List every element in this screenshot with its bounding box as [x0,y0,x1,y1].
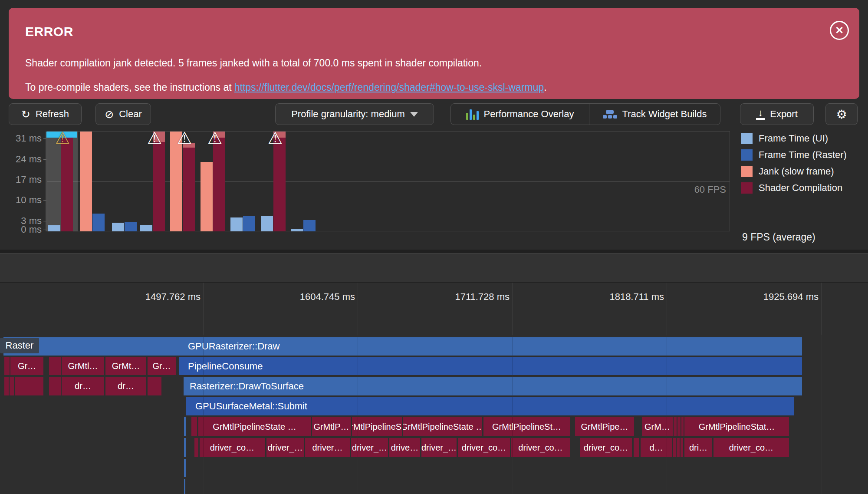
shader-jank-warning-icon: ⚠ [266,129,285,147]
devtools-performance-page: ERROR Shader compilation jank detected. … [0,0,868,494]
frame-bar-raster[interactable] [303,220,316,231]
flame-shader-segment[interactable] [10,377,14,395]
frame-bar-raster[interactable] [92,214,105,231]
y-axis-tick-label: 10 ms [4,194,42,206]
flame-shader-segment[interactable]: GrMtlPipe… [575,417,634,436]
flame-shader-segment[interactable]: Gr… [148,357,176,375]
flame-shader-segment[interactable]: d… [641,438,672,457]
frame-bar-raster[interactable] [183,143,195,231]
flame-segment-label: driver_co… [462,443,506,453]
flame-shader-segment[interactable] [634,438,639,457]
timeline-axis-label: 1711.728 ms [405,291,510,303]
flame-shader-segment[interactable]: GrMtlPipelineS… [352,417,402,436]
flame-shader-segment[interactable] [148,377,161,395]
flame-segment-label: driver_co… [584,443,628,453]
frame-bar-ui[interactable] [80,132,92,231]
flame-sliver-bar[interactable] [184,459,186,477]
flame-segment-label: GrMtlPipelineStat… [699,422,775,432]
flame-shader-segment[interactable] [673,438,676,457]
y-axis-tick [43,138,46,139]
flame-row [0,459,868,477]
legend-item: Frame Time (Raster) [741,149,847,161]
frame-bar-ui[interactable] [230,217,243,231]
timeline-gridline-overlay [358,335,358,494]
flame-event-label: GPURasterizer::Draw [188,341,279,352]
timeline-axis-label: 1604.745 ms [251,291,355,303]
flame-shader-segment[interactable]: dri… [684,438,712,457]
flame-segment-label: GrMtlPipelineState … [403,422,482,432]
frame-bar-ui[interactable] [112,223,124,231]
flame-shader-segment[interactable] [681,438,683,457]
flame-shader-segment[interactable] [677,438,680,457]
flame-event-bar[interactable]: GPURasterizer::Draw [3,337,802,356]
y-axis-tick [43,221,46,221]
flame-shader-segment[interactable]: driver_co… [511,438,570,457]
flame-row [0,479,868,494]
flame-shader-segment[interactable]: driver_co… [713,438,789,457]
flame-shader-segment[interactable]: driver_… [421,438,457,457]
flame-shader-segment[interactable]: GrM… [642,417,673,436]
flame-shader-segment[interactable]: driver… [305,438,350,457]
y-axis-tick-label: 24 ms [4,154,42,165]
y-axis-tick-label: 17 ms [4,174,42,185]
flame-shader-segment[interactable]: driver_co… [458,438,510,457]
flame-event-bar[interactable]: GPUSurfaceMetal::Submit [186,397,794,415]
flame-shader-segment[interactable]: driver_co… [580,438,632,457]
frame-bar-raster[interactable] [125,222,137,231]
timeline-axis-label: 1497.762 ms [96,291,201,303]
flame-shader-segment[interactable]: GrMtlPipelineSt… [483,417,570,436]
flame-segment-label: driver_… [421,443,457,453]
y-axis-tick-label: 0 ms [4,224,42,235]
flame-shader-segment[interactable] [674,417,677,436]
legend-swatch [741,133,753,144]
flame-shader-segment[interactable]: Gr… [10,357,43,375]
flame-segment-label: drive… [391,443,418,453]
frame-bar-ui[interactable] [201,162,213,231]
flame-shader-segment[interactable] [15,377,43,395]
flame-segment-label: driver_co… [210,443,254,453]
flame-shader-segment[interactable] [194,438,198,457]
flame-shader-segment[interactable]: driver_… [351,438,388,457]
flame-shader-segment[interactable] [191,417,197,436]
flame-row: GrMtlPipelineState …GrMtlP…GrMtlPipeline… [0,417,868,436]
flame-shader-segment[interactable] [677,417,681,436]
flame-sliver-bar[interactable] [184,479,185,494]
frame-bar-raster[interactable] [243,216,255,231]
y-axis-tick [43,180,46,180]
timeline-gridline-overlay [821,335,822,494]
timeline-flame-chart: 1497.762 ms1604.745 ms1711.728 ms1818.71… [0,282,868,494]
flame-event-bar[interactable]: PipelineConsume [179,357,802,375]
y-axis-tick-label: 31 ms [4,133,42,144]
flame-shader-segment[interactable]: driver_… [266,438,304,457]
legend-swatch [741,182,753,194]
flame-shader-segment[interactable]: GrMtlP… [312,417,351,436]
flame-shader-segment[interactable] [681,417,684,436]
flame-shader-segment[interactable] [4,357,10,375]
flame-shader-segment[interactable]: drive… [389,438,420,457]
flame-sliver-bar[interactable] [184,438,186,457]
flame-shader-segment[interactable]: GrMtl… [62,357,104,375]
average-fps-label: 9 FPS (average) [742,231,815,243]
frame-bar-ui[interactable] [261,216,273,231]
flame-row: Rasterizer::DrawToSurfacedr…dr… [0,377,868,395]
timeline-gridline-overlay [203,335,204,494]
frame-bar-ui[interactable] [140,225,152,231]
flame-shader-segment[interactable] [4,377,9,395]
flame-segment-label: GrMtlP… [313,422,349,432]
flame-row: GPUSurfaceMetal::Submit [0,397,868,415]
timeline-events-header: Timeline Events ? [0,253,868,282]
flame-shader-segment[interactable]: GrMt… [105,357,146,375]
flame-shader-segment[interactable]: GrMtlPipelineState … [403,417,482,436]
flame-shader-segment[interactable]: driver_co… [200,438,265,457]
flame-shader-segment[interactable]: GrMtlPipelineState … [198,417,311,436]
flame-shader-segment[interactable]: GrMtlPipelineStat… [684,417,789,436]
flame-shader-segment[interactable]: dr… [62,377,104,395]
frame-bar-ui[interactable] [48,225,60,231]
flame-event-bar[interactable]: Rasterizer::DrawToSurface [184,377,802,395]
flame-sliver-bar[interactable] [184,417,186,436]
legend-label: Shader Compilation [759,182,842,194]
frame-bar-ui[interactable] [291,229,303,231]
shader-jank-warning-icon: ⚠ [205,129,224,147]
flame-shader-segment[interactable]: dr… [105,377,146,395]
legend-swatch [741,149,753,161]
